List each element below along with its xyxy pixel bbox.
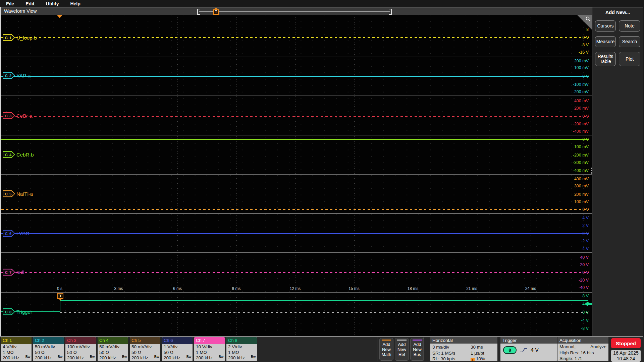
channel-chip-c2[interactable]: C 2 xyxy=(3,72,15,79)
waveform-trace-c1 xyxy=(1,37,589,38)
menu-help[interactable]: Help xyxy=(70,1,80,6)
channel-badge-ch-5[interactable]: Ch 550 mV/div50 Ω200 kHzBW xyxy=(130,337,160,361)
axis-tick-c7: -40 V xyxy=(579,285,589,290)
channel-badge-body: 50 mV/div50 Ω200 kHzBW xyxy=(130,344,160,361)
axis-tick-c1: -16 V xyxy=(579,50,589,55)
acquisition-mode: Manual, xyxy=(559,344,576,350)
trigger-panel[interactable]: Trigger 8 4 V xyxy=(500,337,557,361)
minimap-trigger-t-icon: T xyxy=(213,9,219,15)
channel-badge-header: Ch 4 xyxy=(98,337,128,344)
trigger-position-triangle-icon[interactable] xyxy=(57,15,62,18)
time-axis-label: 24 ms xyxy=(525,286,536,291)
separator xyxy=(377,337,377,361)
channel-badge-body: 100 mV/div50 Ω200 kHzBW xyxy=(65,344,96,361)
channel-label-cebr-a[interactable]: CeBr-a xyxy=(16,113,33,119)
channel-scale: 50 mV/div xyxy=(35,344,62,350)
channel-scale: 50 mV/div xyxy=(99,344,126,350)
axis-tick-c4: -200 mV xyxy=(573,153,589,158)
trigger-panel-header: Trigger xyxy=(500,337,557,344)
channel-chip-c4[interactable]: C 4 xyxy=(3,151,15,158)
add-new-ref-colorbar xyxy=(397,340,407,341)
channel-badge-ch-7[interactable]: Ch 710 V/div1 MΩ200 kHzBW xyxy=(194,337,225,361)
slice-divider xyxy=(1,292,592,293)
add-new-button-line: New xyxy=(395,347,409,352)
channel-badge-ch-2[interactable]: Ch 250 mV/div50 Ω200 kHzBW xyxy=(33,337,64,361)
date-text: 16 Apr 2025 xyxy=(611,350,641,356)
menu-utility[interactable]: Utility xyxy=(46,1,59,6)
channel-label-cebr-b[interactable]: CebR-b xyxy=(16,152,34,158)
waveform-trace-c7 xyxy=(1,272,589,273)
channel-chip-c7[interactable]: C 7 xyxy=(3,269,15,276)
channel-chip-c3[interactable]: C 3 xyxy=(3,112,15,119)
axis-tick-c4: -300 mV xyxy=(573,160,589,165)
bandwidth-limit-icon: BW xyxy=(58,354,62,360)
time-axis-label: 9 ms xyxy=(232,286,240,291)
waveform-graticule[interactable]: C 1U_loop-b80 V-8 V-16 VC 2YAP-a200 mV10… xyxy=(1,15,592,336)
axis-tick-c3: -400 mV xyxy=(573,129,589,134)
time-axis-label: 18 ms xyxy=(408,286,419,291)
channel-badge-header: Ch 8 xyxy=(226,337,257,344)
channel-scale: 4 V/div xyxy=(3,344,30,350)
axis-tick-c8: 0 V xyxy=(582,310,589,315)
channel-badge-ch-6[interactable]: Ch 61 V/div50 Ω200 kHzBW xyxy=(162,337,193,361)
add-new-note-button[interactable]: Note xyxy=(619,20,640,32)
channel-label-naitl-a[interactable]: NaITl-a xyxy=(16,191,33,197)
axis-tick-c6: -4 V xyxy=(581,246,589,251)
waveform-trace-c3 xyxy=(1,116,589,117)
time-axis-label: 15 ms xyxy=(348,286,360,291)
channel-scale: 50 mV/div xyxy=(131,344,159,350)
channel-label-null[interactable]: null xyxy=(16,269,24,275)
channel-label-trigger[interactable]: Trigger xyxy=(16,309,32,315)
axis-tick-c4: -400 mV xyxy=(573,168,589,173)
channel-label-lyso[interactable]: LYSO xyxy=(16,231,30,236)
add-new-bus-button[interactable]: AddNewBus xyxy=(410,338,424,361)
minimap-trigger-marker[interactable]: T xyxy=(213,8,219,15)
menu-file[interactable]: File xyxy=(6,1,14,6)
zoom-corner-fold[interactable] xyxy=(577,15,592,30)
axis-tick-c4: -100 mV xyxy=(573,144,589,149)
add-new-math-button[interactable]: AddNewMath xyxy=(379,338,393,361)
panel-resize-handle[interactable] xyxy=(591,167,593,175)
slice-divider xyxy=(1,96,592,96)
channel-label-u-loop-b[interactable]: U_loop-b xyxy=(16,35,37,41)
add-new-results-table-button[interactable]: Results Table xyxy=(595,52,616,66)
channel-chip-c8[interactable]: C 8 xyxy=(3,308,15,315)
add-new-ref-button[interactable]: AddNewRef xyxy=(395,338,409,361)
horizontal-position-minimap[interactable]: T xyxy=(197,8,392,15)
add-new-measure-button[interactable]: Measure xyxy=(595,36,616,47)
waveform-trace-c2 xyxy=(1,76,589,77)
menu-edit[interactable]: Edit xyxy=(25,1,34,6)
menu-bar: FileEditUtilityHelp xyxy=(0,0,644,7)
trigger-level-arrow-icon[interactable] xyxy=(585,301,592,307)
acquisition-panel[interactable]: Acquisition Manual, Analyze High Res: 16… xyxy=(557,337,608,361)
channel-chip-c6[interactable]: C 6 xyxy=(3,230,15,237)
trigger-level-arrow-tail xyxy=(588,303,592,305)
add-new-button-line: New xyxy=(380,347,393,352)
waveform-view-titlebar[interactable]: Waveform View T xyxy=(1,7,592,15)
channel-label-yap-a[interactable]: YAP-a xyxy=(16,73,31,78)
axis-tick-c2: 200 mV xyxy=(574,59,589,63)
gridline-major xyxy=(590,15,590,336)
horizontal-panel[interactable]: Horizontal 3 ms/divSR: 1 MS/sRL: 30 kpts… xyxy=(430,337,497,361)
run-stop-button[interactable]: Stopped xyxy=(611,338,641,348)
acquisition-panel-header: Acquisition xyxy=(557,337,608,344)
channel-badge-ch-4[interactable]: Ch 450 mV/div50 Ω200 kHzBW xyxy=(98,337,128,361)
axis-tick-c2: 0 V xyxy=(582,74,589,79)
horizontal-value: 3 ms/div xyxy=(432,344,455,350)
channel-chip-c1[interactable]: C 1 xyxy=(3,34,15,41)
minimap-right-bracket xyxy=(389,9,392,15)
add-new-plot-button[interactable]: Plot xyxy=(619,52,640,66)
channel-badge-ch-8[interactable]: Ch 82 V/div1 MΩ200 kHzBW xyxy=(226,337,257,361)
channel-badge-ch-1[interactable]: Ch 14 V/div1 MΩ200 kHzBW xyxy=(1,337,32,361)
bandwidth-limit-icon: BW xyxy=(25,354,30,360)
trigger-t-flag[interactable]: T xyxy=(57,293,64,301)
channel-badge-ch-3[interactable]: Ch 3100 mV/div50 Ω200 kHzBW xyxy=(65,337,96,361)
trigger-flag-icon: T xyxy=(471,358,475,361)
channel-chip-c5[interactable]: C 5 xyxy=(3,190,15,197)
acquisition-mode-row: Manual, Analyze xyxy=(559,344,606,350)
add-new-search-button[interactable]: Search xyxy=(619,36,640,47)
settings-bar: Ch 14 V/div1 MΩ200 kHzBWCh 250 mV/div50 … xyxy=(0,337,644,362)
waveform-trace-c6 xyxy=(1,233,589,234)
axis-tick-c2: 100 mV xyxy=(574,65,589,70)
add-new-cursors-button[interactable]: Cursors xyxy=(595,20,616,32)
